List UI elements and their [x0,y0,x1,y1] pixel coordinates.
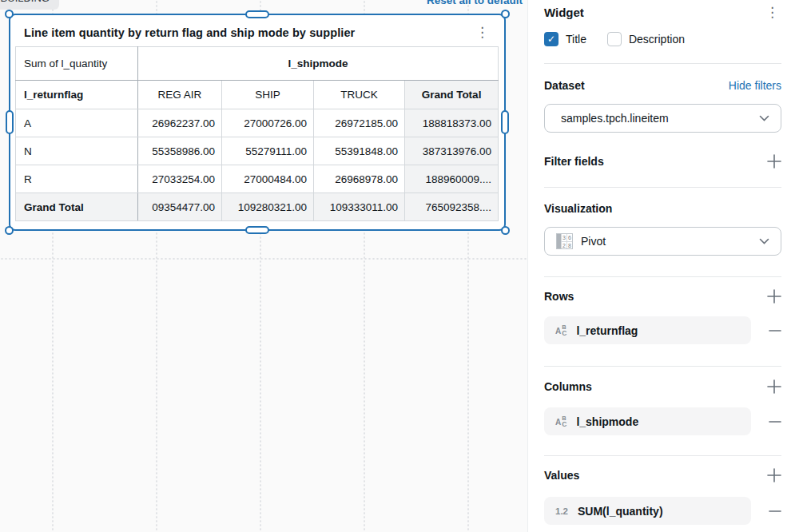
widget-kebab-menu-icon[interactable]: ⋮ [473,26,491,39]
dataset-select-value: samples.tpch.lineitem [561,112,759,125]
resize-handle-bottom-left[interactable] [5,226,14,235]
selected-widget-card[interactable]: Line item quantity by return flag and sh… [9,14,506,231]
visualization-select-value: Pivot [581,235,759,248]
columns-section-label: Columns [544,380,592,393]
pivot-column-dimension-label: l_shipmode [138,47,499,81]
title-checkbox-label: Title [566,33,586,46]
cell-value: 27000484.00 [222,165,314,193]
row-label: Grand Total [16,193,138,221]
divider [544,455,781,456]
values-section-label: Values [544,469,579,482]
minus-icon [769,420,781,423]
description-checkbox[interactable]: Description [607,32,685,46]
table-row-grand-total: Grand Total 09354477.00 109280321.00 109… [16,193,499,221]
row-label: N [16,137,138,165]
cell-value: 109333011.00 [314,193,405,221]
table-row: R 27033254.00 27000484.00 26968978.00 18… [16,165,499,193]
cell-value: 09354477.00 [138,193,222,221]
cell-value: 26972185.00 [314,109,405,137]
text-type-icon: A BC [555,324,566,337]
filter-chip-segment-building[interactable]: egment: BUILDING [0,0,59,10]
cell-value: 27000726.00 [222,109,314,137]
plus-icon [767,154,781,169]
cell-value-grand-total: 765092358.... [405,193,499,221]
table-row: N 55358986.00 55279111.00 55391848.00 38… [16,137,499,165]
dataset-label: Dataset [544,79,585,92]
resize-handle-bottom-right[interactable] [501,226,510,235]
values-field-name: SUM(l_quantity) [578,505,663,518]
hide-filters-link[interactable]: Hide filters [729,79,781,92]
resize-handle-bottom-center[interactable] [245,226,269,234]
number-type-icon: 1.2 [555,506,568,516]
cell-value: 55279111.00 [222,137,314,165]
cell-value: 26962237.00 [138,109,222,137]
filter-fields-label: Filter fields [544,155,604,168]
divider [544,366,781,367]
pivot-table: Sum of l_quantity l_shipmode l_returnfla… [15,46,499,221]
cell-value: 55391848.00 [314,137,405,165]
pivot-measure-label: Sum of l_quantity [16,47,138,81]
pivot-col-header-grand-total: Grand Total [405,81,499,109]
add-filter-field-button[interactable] [767,154,781,169]
resize-handle-middle-right[interactable] [501,110,509,134]
reset-all-to-default-link[interactable]: Reset all to default [427,0,523,6]
values-field-chip[interactable]: 1.2 SUM(l_quantity) [544,497,751,525]
row-label: A [16,109,138,137]
rows-field-name: l_returnflag [576,324,638,337]
dataset-select[interactable]: samples.tpch.lineitem [544,104,781,133]
description-checkbox-label: Description [629,33,685,46]
widget-title: Line item quantity by return flag and sh… [24,26,355,39]
add-row-field-button[interactable] [767,289,781,304]
minus-icon [769,510,781,513]
columns-field-name: l_shipmode [576,415,638,428]
plus-icon [767,379,781,394]
divider [544,276,781,277]
checkbox-checked-icon[interactable]: ✓ [544,32,559,46]
title-checkbox[interactable]: ✓ Title [544,32,586,46]
remove-column-field-button[interactable] [751,420,781,423]
add-value-field-button[interactable] [767,468,781,482]
chevron-down-icon [759,238,769,244]
visualization-select[interactable]: 3 6 2 8 Pivot [544,227,781,256]
plus-icon [767,289,781,304]
panel-kebab-menu-icon[interactable]: ⋮ [763,6,781,19]
resize-handle-top-center[interactable] [245,10,269,18]
add-column-field-button[interactable] [767,379,781,394]
panel-title: Widget [544,6,584,19]
columns-field-chip[interactable]: A BC l_shipmode [544,407,751,435]
cell-value: 55358986.00 [138,137,222,165]
resize-handle-middle-left[interactable] [6,110,14,134]
rows-section-label: Rows [544,290,574,303]
row-label: R [16,165,138,193]
pivot-row-dimension-label: l_returnflag [16,81,138,109]
cell-value: 26968978.00 [314,165,405,193]
pivot-col-header: SHIP [222,81,314,109]
divider [544,63,781,64]
visualization-label: Visualization [544,202,612,215]
cell-value: 109280321.00 [222,193,314,221]
divider [544,187,781,188]
checkbox-unchecked-icon[interactable] [607,32,622,46]
cell-value-grand-total: 188818373.00 [405,109,499,137]
pivot-col-header: REG AIR [138,81,222,109]
cell-value-grand-total: 188960009.... [405,165,499,193]
chevron-down-icon [759,115,769,121]
remove-row-field-button[interactable] [751,329,781,332]
pivot-col-header: TRUCK [314,81,405,109]
widget-config-panel: Widget ⋮ ✓ Title Description Dataset Hid… [527,0,799,532]
rows-field-chip[interactable]: A BC l_returnflag [544,316,751,344]
resize-handle-top-left[interactable] [5,10,14,18]
filter-chip-label: egment: BUILDING [0,0,50,4]
remove-value-field-button[interactable] [751,510,781,513]
cell-value-grand-total: 387313976.00 [405,137,499,165]
table-row: A 26962237.00 27000726.00 26972185.00 18… [16,109,499,137]
resize-handle-top-right[interactable] [501,10,510,18]
plus-icon [767,468,781,482]
dashboard-canvas[interactable]: egment: BUILDING Reset all to default Li… [0,0,527,532]
pivot-visualization-icon: 3 6 2 8 [556,233,573,249]
text-type-icon: A BC [555,415,566,428]
cell-value: 27033254.00 [138,165,222,193]
minus-icon [769,329,781,332]
